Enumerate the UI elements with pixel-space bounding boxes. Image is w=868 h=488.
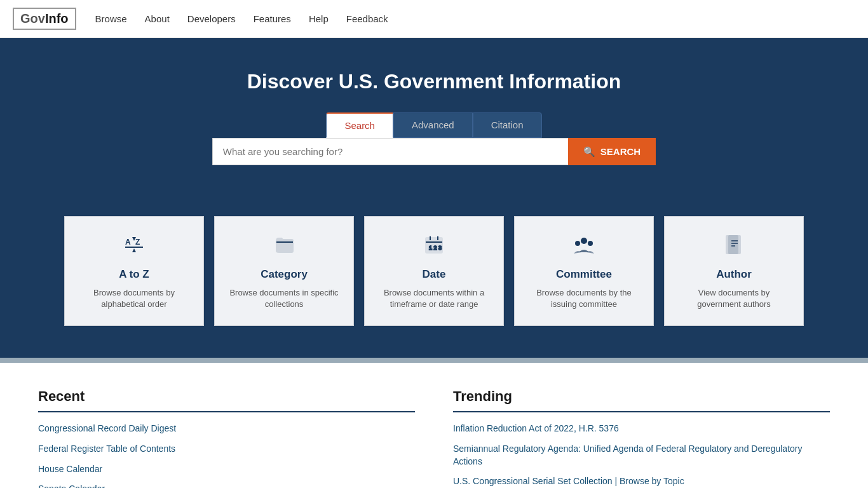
trending-link[interactable]: Inflation Reduction Act of 2022, H.R. 53… (453, 423, 619, 433)
browse-card-desc: Browse documents within a timeframe or d… (377, 287, 491, 310)
logo-gov: Gov (20, 11, 45, 25)
recent-link[interactable]: Congressional Record Daily Digest (38, 423, 176, 433)
browse-card-title: Date (423, 268, 446, 281)
browse-card-author[interactable]: AuthorView documents by government autho… (664, 216, 804, 326)
nav-link-help[interactable]: Help (309, 13, 329, 24)
svg-point-11 (575, 241, 580, 246)
search-input[interactable] (212, 138, 568, 165)
recent-list: Congressional Record Daily DigestFederal… (38, 423, 415, 488)
author-icon (724, 234, 744, 259)
browse-card-desc: View documents by government authors (677, 287, 790, 310)
nav-link-developers[interactable]: Developers (187, 13, 236, 24)
trending-column: Trending Inflation Reduction Act of 2022… (453, 388, 830, 488)
committee-icon (573, 234, 595, 259)
top-navigation: GovInfo BrowseAboutDevelopersFeaturesHel… (0, 0, 868, 38)
separator (0, 358, 868, 363)
browse-card-title: Author (716, 268, 752, 281)
nav-links: BrowseAboutDevelopersFeaturesHelpFeedbac… (95, 13, 388, 24)
nav-link-features[interactable]: Features (254, 13, 291, 24)
browse-card-a-to-z[interactable]: AZA to ZBrowse documents by alphabetical… (64, 216, 204, 326)
logo[interactable]: GovInfo (13, 8, 76, 30)
recent-link[interactable]: House Calendar (38, 464, 102, 474)
browse-card-title: Category (261, 268, 308, 281)
trending-list: Inflation Reduction Act of 2022, H.R. 53… (453, 423, 830, 488)
date-icon: 1 2 3 (424, 234, 444, 259)
search-bar-wrap: 🔍 SEARCH (13, 138, 855, 165)
logo-info: Info (45, 11, 69, 25)
trending-link[interactable]: U.S. Congressional Serial Set Collection… (453, 476, 684, 486)
svg-rect-14 (729, 236, 740, 254)
browse-card-category[interactable]: CategoryBrowse documents in specific col… (214, 216, 354, 326)
recent-column: Recent Congressional Record Daily Digest… (38, 388, 415, 488)
list-item: House Calendar (38, 463, 415, 476)
svg-text:1 2 3: 1 2 3 (429, 245, 442, 251)
tab-search[interactable]: Search (326, 112, 393, 138)
svg-text:A: A (125, 238, 131, 247)
browse-section: AZA to ZBrowse documents by alphabetical… (0, 203, 868, 358)
tab-advanced[interactable]: Advanced (393, 112, 473, 138)
svg-point-12 (588, 241, 593, 246)
list-item: U.S. Congressional Serial Set Collection… (453, 475, 830, 488)
tab-citation[interactable]: Citation (473, 112, 542, 138)
browse-card-desc: Browse documents in specific collections (227, 287, 341, 310)
list-item: Inflation Reduction Act of 2022, H.R. 53… (453, 423, 830, 435)
recent-link[interactable]: Senate Calendar (38, 484, 105, 488)
search-button[interactable]: 🔍 SEARCH (568, 138, 656, 165)
recent-link[interactable]: Federal Register Table of Contents (38, 444, 175, 454)
browse-card-date[interactable]: 1 2 3DateBrowse documents within a timef… (364, 216, 504, 326)
a-to-z-icon: AZ (124, 234, 144, 259)
svg-text:Z: Z (135, 238, 140, 247)
nav-link-browse[interactable]: Browse (95, 13, 127, 24)
content-section: Recent Congressional Record Daily Digest… (0, 363, 868, 488)
list-item: Senate Calendar (38, 483, 415, 488)
browse-card-title: A to Z (119, 268, 149, 281)
svg-point-10 (581, 238, 587, 244)
list-item: Federal Register Table of Contents (38, 443, 415, 456)
trending-title: Trending (453, 388, 830, 405)
trending-link[interactable]: Semiannual Regulatory Agenda: Unified Ag… (453, 444, 802, 466)
recent-divider (38, 411, 415, 412)
trending-divider (453, 411, 830, 412)
category-icon (274, 234, 294, 259)
nav-link-feedback[interactable]: Feedback (346, 13, 388, 24)
recent-title: Recent (38, 388, 415, 405)
search-tabs: SearchAdvancedCitation (13, 112, 855, 138)
hero-section: Discover U.S. Government Information Sea… (0, 38, 868, 203)
search-icon: 🔍 (583, 146, 595, 158)
browse-card-desc: Browse documents by alphabetical order (78, 287, 191, 310)
list-item: Congressional Record Daily Digest (38, 423, 415, 435)
browse-card-desc: Browse documents by the issuing committe… (527, 287, 641, 310)
browse-card-title: Committee (556, 268, 612, 281)
nav-link-about[interactable]: About (145, 13, 170, 24)
svg-marker-3 (132, 248, 136, 252)
page-title: Discover U.S. Government Information (13, 70, 855, 93)
list-item: Semiannual Regulatory Agenda: Unified Ag… (453, 443, 830, 468)
search-button-label: SEARCH (600, 146, 641, 157)
browse-card-committee[interactable]: CommitteeBrowse documents by the issuing… (514, 216, 654, 326)
